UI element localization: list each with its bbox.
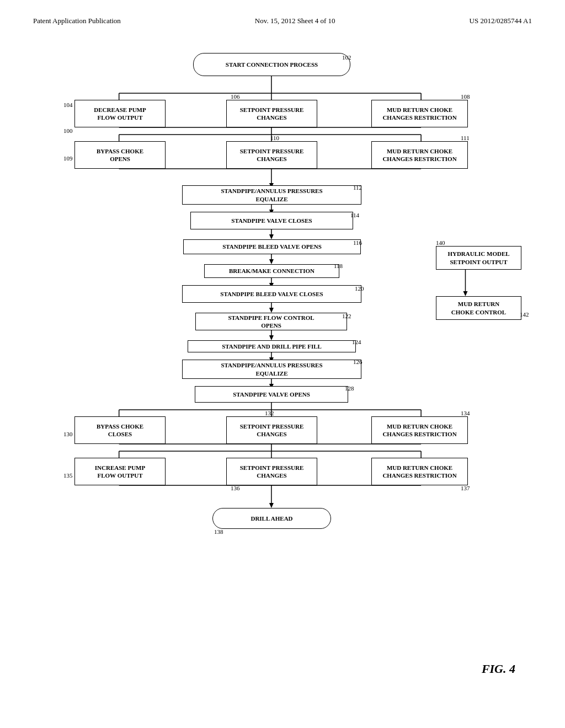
n142-label: 142 bbox=[520, 311, 529, 318]
start-node: START CONNECTION PROCESS bbox=[193, 53, 350, 76]
box-124: STANDPIPE AND DRILL PIPE FILL bbox=[188, 340, 356, 352]
box-130: BYPASS CHOKE CLOSES bbox=[74, 416, 166, 444]
svg-marker-45 bbox=[269, 503, 274, 508]
n136-label: 136 bbox=[231, 485, 240, 491]
header: Patent Application Publication Nov. 15, … bbox=[33, 17, 532, 25]
box-112: STANDPIPE/ANNULUS PRESSURES EQUALIZE bbox=[182, 185, 361, 205]
n116-label: 116 bbox=[353, 239, 362, 246]
box-137: MUD RETURN CHOKE CHANGES RESTRICTION bbox=[371, 458, 468, 485]
svg-marker-18 bbox=[269, 234, 274, 239]
n124-label: 124 bbox=[352, 339, 361, 345]
n112-label: 112 bbox=[353, 184, 362, 191]
box-132: SETPOINT PRESSURE CHANGES bbox=[226, 416, 317, 444]
n138-label: 138 bbox=[214, 528, 223, 535]
box-114: STANDPIPE VALVE CLOSES bbox=[190, 212, 353, 229]
box-122: STANDPIPE FLOW CONTROL OPENS bbox=[195, 313, 347, 330]
box-135: INCREASE PUMP FLOW OUTPUT bbox=[74, 458, 166, 485]
n100-label: 100 bbox=[63, 127, 73, 134]
box-128: STANDPIPE VALVE OPENS bbox=[195, 386, 348, 403]
n140-label: 140 bbox=[436, 239, 445, 246]
box-110: SETPOINT PRESSURE CHANGES bbox=[226, 141, 317, 169]
box-108: MUD RETURN CHOKE CHANGES RESTRICTION bbox=[371, 100, 468, 127]
n132-label: 132 bbox=[265, 410, 274, 416]
n135-label: 135 bbox=[63, 472, 73, 479]
box-104: DECREASE PUMP FLOW OUTPUT bbox=[74, 100, 166, 127]
box-106: SETPOINT PRESSURE CHANGES bbox=[226, 100, 317, 127]
box-136: SETPOINT PRESSURE CHANGES bbox=[226, 458, 317, 485]
box-118: BREAK/MAKE CONNECTION bbox=[204, 264, 339, 278]
n118-label: 118 bbox=[334, 263, 343, 269]
n104-label: 104 bbox=[63, 101, 73, 108]
box-140: HYDRAULIC MODEL SETPOINT OUTPUT bbox=[436, 246, 521, 270]
box-109: BYPASS CHOKE OPENS bbox=[74, 141, 166, 169]
n102-label: 102 bbox=[342, 54, 351, 61]
header-left: Patent Application Publication bbox=[33, 17, 121, 25]
svg-marker-47 bbox=[463, 291, 467, 296]
svg-marker-26 bbox=[269, 335, 274, 340]
n109-label: 109 bbox=[63, 155, 73, 162]
n128-label: 128 bbox=[345, 385, 354, 392]
header-middle: Nov. 15, 2012 Sheet 4 of 10 bbox=[255, 17, 335, 25]
n110-label: 110 bbox=[270, 135, 279, 141]
box-111: MUD RETURN CHOKE CHANGES RESTRICTION bbox=[371, 141, 468, 169]
n134-label: 134 bbox=[461, 410, 470, 416]
box-116: STANDPIPE BLEED VALVE OPENS bbox=[183, 239, 361, 254]
drill-ahead-node: DRILL AHEAD bbox=[212, 508, 331, 529]
n122-label: 122 bbox=[342, 313, 351, 319]
n111-label: 111 bbox=[461, 135, 470, 141]
box-126: STANDPIPE/ANNULUS PRESSURES EQUALIZE bbox=[182, 360, 361, 379]
n130-label: 130 bbox=[63, 431, 73, 437]
box-142: MUD RETURN CHOKE CONTROL bbox=[436, 296, 521, 320]
svg-marker-20 bbox=[269, 259, 274, 264]
page: Patent Application Publication Nov. 15, … bbox=[0, 0, 565, 728]
n126-label: 126 bbox=[353, 358, 363, 365]
box-120: STANDPIPE BLEED VALVE CLOSES bbox=[182, 285, 361, 303]
n114-label: 114 bbox=[350, 212, 359, 218]
n137-label: 137 bbox=[461, 485, 470, 491]
n108-label: 108 bbox=[461, 93, 470, 100]
n120-label: 120 bbox=[355, 285, 364, 292]
header-right: US 2012/0285744 A1 bbox=[470, 17, 532, 25]
svg-marker-24 bbox=[269, 308, 274, 313]
n106-label: 106 bbox=[231, 93, 240, 100]
diagram: START CONNECTION PROCESS 102 100 DECREAS… bbox=[33, 42, 532, 693]
fig-label: FIG. 4 bbox=[482, 662, 515, 676]
box-134: MUD RETURN CHOKE CHANGES RESTRICTION bbox=[371, 416, 468, 444]
